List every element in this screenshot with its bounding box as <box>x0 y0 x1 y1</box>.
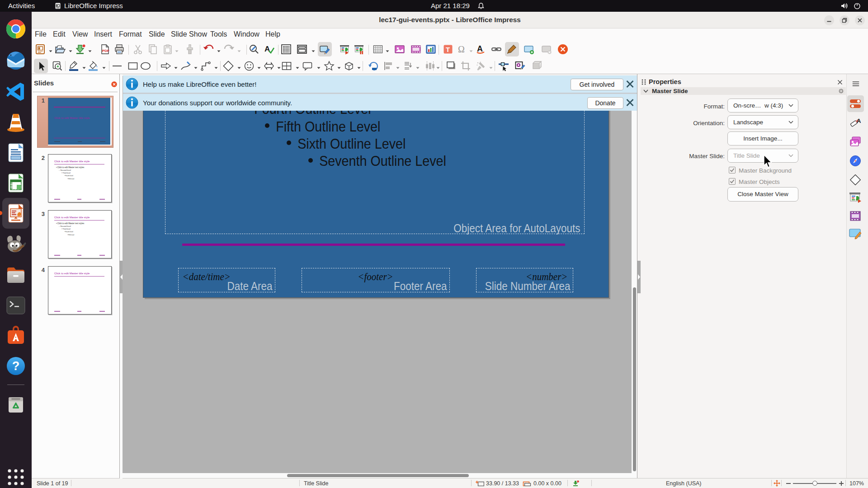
svg-text:?: ? <box>12 359 20 373</box>
svg-text:A: A <box>857 117 861 124</box>
svg-text:PDF: PDF <box>102 49 109 53</box>
svg-text:Ω: Ω <box>458 44 465 54</box>
svg-text:A: A <box>477 44 483 53</box>
svg-text:T: T <box>446 46 450 53</box>
